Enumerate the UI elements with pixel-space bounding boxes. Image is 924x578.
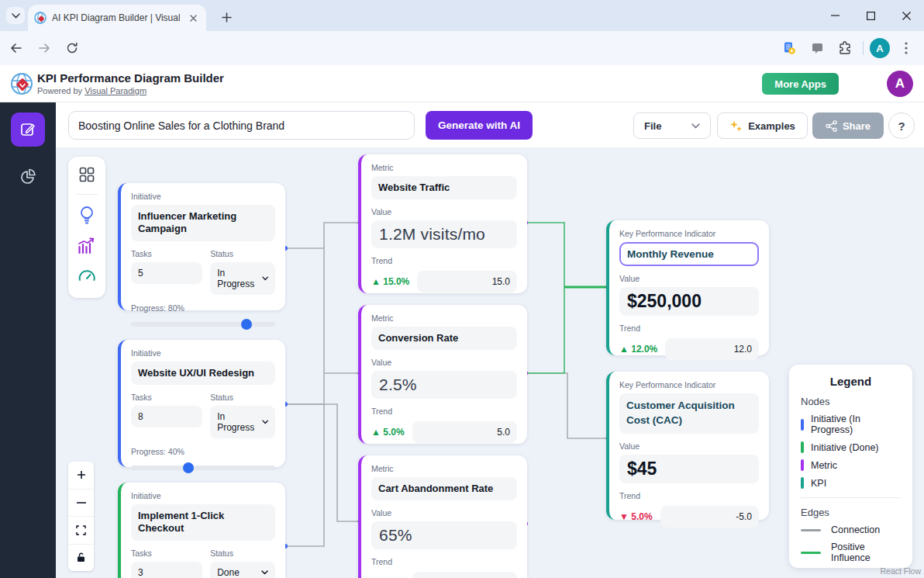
generate-with-ai-button[interactable]: Generate with AI (426, 111, 533, 140)
metric-value-input[interactable]: 1.2M visits/mo (371, 220, 517, 248)
metric-value-input[interactable]: 2.5% (371, 371, 517, 399)
initiative-title-input[interactable]: Implement 1-Click Checkout (131, 504, 275, 541)
legend-divider (801, 497, 901, 498)
edge-connection (526, 373, 608, 438)
trend-value-input[interactable]: -8.0 (412, 572, 517, 578)
metric-title-input[interactable]: Cart Abandonment Rate (371, 477, 517, 500)
pie-chart-icon (19, 168, 37, 186)
prompt-input[interactable] (68, 111, 415, 140)
help-button[interactable]: ? (888, 112, 915, 139)
node-palette (68, 157, 105, 298)
legend-color-bar (801, 441, 804, 453)
kpi-value-input[interactable]: $250,000 (619, 287, 759, 316)
palette-initiative-icon[interactable] (78, 206, 96, 226)
initiative-title-input[interactable]: Website UX/UI Redesign (131, 362, 275, 385)
edge-positive-influence (526, 287, 564, 373)
editor-mode-button[interactable] (11, 112, 45, 147)
kpi-node-monthly-revenue[interactable]: Key Performance Indicator Monthly Revenu… (606, 220, 769, 355)
file-menu-button[interactable]: File (633, 112, 711, 139)
visual-paradigm-link[interactable]: Visual Paradigm (84, 86, 147, 95)
metric-value-input[interactable]: 65% (371, 521, 517, 549)
react-flow-attribution[interactable]: React Flow (880, 566, 921, 576)
tab-title: AI KPI Diagram Builder | Visualiz (52, 12, 180, 23)
reload-icon[interactable] (60, 36, 84, 60)
trend-value-input[interactable]: 12.0 (665, 338, 759, 360)
forward-icon[interactable] (33, 36, 56, 60)
left-rail (0, 102, 56, 578)
edge-positive-influence (526, 223, 564, 287)
chevron-down-icon (262, 420, 268, 424)
zoom-out-button[interactable] (68, 490, 94, 517)
tasks-input[interactable]: 5 (131, 262, 202, 284)
kpi-value-input[interactable]: $45 (619, 455, 759, 483)
tab-search-chevron-icon[interactable] (6, 7, 25, 24)
chevron-down-icon (691, 123, 700, 129)
favicon (34, 12, 47, 24)
palette-kpi-icon[interactable] (77, 266, 97, 285)
lock-button[interactable] (68, 545, 94, 572)
app-title: KPI Performance Diagram Builder (37, 71, 224, 85)
diagram-canvas[interactable]: Initiative Influencer Marketing Campaign… (56, 147, 924, 578)
status-select[interactable]: In Progress (210, 262, 275, 295)
palette-grid-icon[interactable] (78, 166, 95, 183)
trend-value-input[interactable]: 15.0 (417, 271, 517, 292)
legend-panel: Legend Nodes Initiative (In Progress) In… (789, 365, 912, 568)
progress-label: Progress: 80% (131, 303, 275, 313)
dashboard-mode-button[interactable] (17, 166, 39, 188)
extensions-icon[interactable] (833, 36, 857, 60)
kpi-title-input[interactable]: Customer Acquisition Cost (CAC) (619, 393, 759, 434)
new-tab-button[interactable] (217, 8, 236, 26)
tasks-input[interactable]: 3 (131, 562, 202, 578)
tab-close-icon[interactable] (186, 11, 200, 25)
trend-badge: ▲ 15.0% (371, 276, 409, 287)
kpi-title-input-focused[interactable]: Monthly Revenue (619, 242, 759, 266)
status-select[interactable]: In Progress (210, 406, 275, 438)
docs-offline-icon[interactable] (777, 36, 801, 60)
initiative-node-influencer[interactable]: Initiative Influencer Marketing Campaign… (118, 183, 285, 310)
metric-node-website-traffic[interactable]: Metric Website Traffic Value 1.2M visits… (358, 154, 527, 293)
toolbar-divider (863, 41, 864, 55)
edge-connection (285, 404, 324, 546)
window-minimize-button[interactable] (817, 0, 853, 31)
sidepanel-comment-icon[interactable] (805, 36, 829, 60)
metric-title-input[interactable]: Website Traffic (371, 176, 517, 199)
trend-value-input[interactable]: -5.0 (660, 506, 759, 528)
window-close-button[interactable] (888, 0, 924, 31)
metric-title-input[interactable]: Conversion Rate (371, 327, 517, 350)
share-button[interactable]: Share (812, 112, 884, 139)
fit-view-button[interactable] (68, 517, 94, 545)
legend-color-bar (801, 459, 804, 471)
status-select[interactable]: Done (210, 562, 275, 578)
initiative-node-redesign[interactable]: Initiative Website UX/UI Redesign Tasks … (118, 340, 285, 467)
trend-value-input[interactable]: 5.0 (412, 421, 517, 443)
tasks-input[interactable]: 8 (131, 406, 202, 427)
app-user-avatar[interactable]: A (887, 71, 913, 97)
app-toolbar: Generate with AI File Examples Share ? (56, 102, 924, 147)
progress-slider[interactable] (131, 322, 275, 327)
browser-tab[interactable]: AI KPI Diagram Builder | Visualiz (28, 5, 206, 31)
more-apps-button[interactable]: More Apps (762, 73, 839, 95)
legend-title: Legend (801, 375, 901, 388)
back-icon[interactable] (5, 36, 28, 60)
metric-node-conversion-rate[interactable]: Metric Conversion Rate Value 2.5% Trend … (358, 305, 527, 444)
sparkles-icon (729, 119, 743, 133)
browser-toolbar: ai-toolbox.visual-paradigm.com/app/kpi-p… (0, 31, 924, 65)
legend-edge-sample (801, 529, 821, 531)
edit-pencil-icon (19, 121, 36, 138)
edge-connection (285, 373, 360, 404)
slider-thumb[interactable] (241, 319, 252, 330)
browser-profile-avatar[interactable]: A (870, 38, 890, 58)
kpi-node-cac[interactable]: Key Performance Indicator Customer Acqui… (606, 372, 769, 520)
powered-by: Powered by Visual Paradigm (37, 86, 147, 95)
examples-button[interactable]: Examples (717, 112, 808, 139)
palette-metric-icon[interactable] (77, 237, 97, 255)
progress-slider[interactable] (131, 466, 275, 470)
legend-color-bar (801, 477, 804, 489)
slider-thumb[interactable] (183, 462, 194, 473)
initiative-title-input[interactable]: Influencer Marketing Campaign (131, 205, 275, 241)
window-maximize-button[interactable] (853, 0, 888, 31)
browser-menu-icon[interactable] (895, 36, 918, 60)
initiative-node-checkout[interactable]: Initiative Implement 1-Click Checkout Ta… (118, 483, 285, 578)
metric-node-cart-abandonment[interactable]: Metric Cart Abandonment Rate Value 65% T… (358, 455, 527, 578)
zoom-in-button[interactable] (68, 462, 94, 490)
